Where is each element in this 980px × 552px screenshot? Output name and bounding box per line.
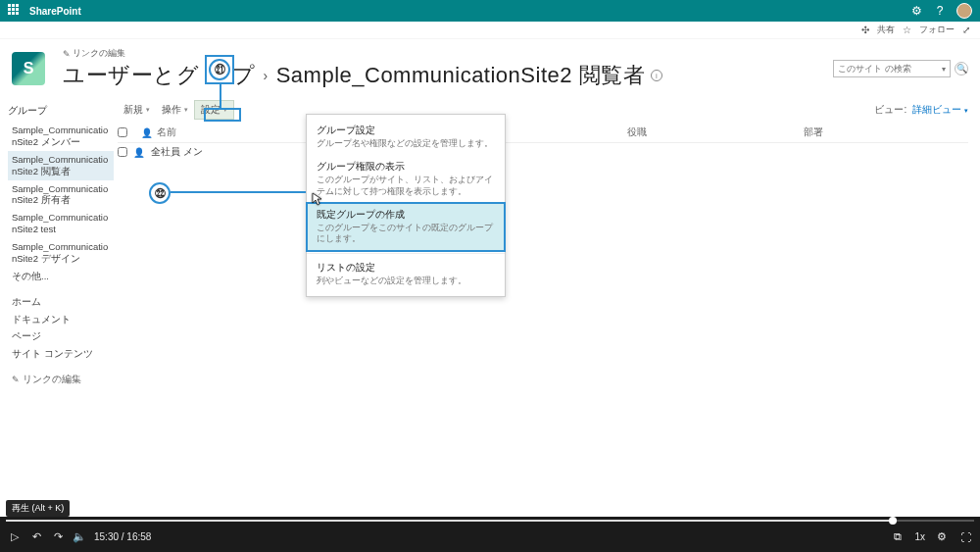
main-content: 新規▾ 操作▾ 設定▾ ビュー: 詳細ビュー ▾ グループ設定 グループ名や権限…	[118, 96, 980, 388]
help-icon[interactable]: ?	[933, 4, 947, 18]
leftnav-heading: グループ	[8, 104, 114, 118]
toolbar: 新規▾ 操作▾ 設定▾ ビュー: 詳細ビュー ▾	[118, 96, 968, 124]
playback-speed[interactable]: 1x	[914, 531, 925, 542]
settings-dropdown: グループ設定 グループ名や権限などの設定を管理します。 グループ権限の表示 この…	[306, 114, 506, 297]
callout-21: ㉑	[209, 59, 230, 80]
user-avatar[interactable]	[956, 3, 972, 19]
menu-list-settings[interactable]: リストの設定 列やビューなどの設定を管理します。	[307, 256, 505, 292]
list-row[interactable]: 👤 全社員 メン	[118, 142, 968, 162]
user-icon: 👤	[133, 147, 145, 158]
captions-icon[interactable]: ⧉	[891, 530, 905, 543]
settings-icon[interactable]: ⚙	[909, 4, 923, 18]
search-input[interactable]: このサイト の検索▾	[833, 60, 951, 77]
row-name: 全社員 メン	[151, 146, 203, 159]
volume-icon[interactable]: 🔈	[73, 530, 86, 543]
focus-icon[interactable]: ⤢	[962, 25, 970, 35]
col-role[interactable]: 役職	[619, 126, 796, 139]
share-icon: ✣	[861, 25, 869, 35]
suite-bar: SharePoint ⚙ ?	[0, 0, 980, 22]
col-dept[interactable]: 部署	[796, 126, 968, 139]
app-name: SharePoint	[29, 6, 81, 17]
body: グループ Sample_CommunicationSite2 メンバー Samp…	[0, 96, 980, 388]
skip-back-button[interactable]: ↶	[29, 530, 43, 543]
leftnav-documents[interactable]: ドキュメント	[8, 311, 114, 328]
menu-make-default-group[interactable]: 既定グループの作成 このグループをこのサイトの既定のグループにします。	[306, 202, 506, 252]
video-settings-icon[interactable]: ⚙	[935, 530, 949, 543]
callout-22: ㉒	[149, 182, 171, 204]
menu-view-permissions[interactable]: グループ権限の表示 このグループがサイト、リスト、およびアイテムに対して持つ権限…	[307, 155, 505, 203]
leftnav-group-visitors[interactable]: Sample_CommunicationSite2 閲覧者	[8, 151, 114, 180]
play-button[interactable]: ▷	[8, 530, 22, 543]
fullscreen-icon[interactable]: ⛶	[958, 531, 972, 543]
edit-links-top[interactable]: ✎リンクの編集	[63, 47, 662, 60]
leftnav-edit-links[interactable]: ✎ リンクの編集	[8, 371, 114, 388]
info-icon[interactable]: i	[651, 70, 662, 81]
leftnav-site-contents[interactable]: サイト コンテンツ	[8, 345, 114, 363]
leftnav-group-design[interactable]: Sample_CommunicationSite2 デザイン	[8, 238, 114, 268]
follow-button[interactable]: フォロー	[919, 24, 955, 36]
app-launcher-icon[interactable]	[8, 4, 22, 18]
view-label: ビュー:	[874, 103, 906, 117]
leftnav-more[interactable]: その他...	[8, 268, 114, 285]
site-logo[interactable]: S	[12, 52, 45, 85]
left-nav: グループ Sample_CommunicationSite2 メンバー Samp…	[0, 96, 118, 388]
video-progress[interactable]	[6, 520, 974, 522]
video-time: 15:30 / 16:58	[94, 531, 151, 542]
video-controls: ▷ ↶ ↷ 🔈 15:30 / 16:58 ⧉ 1x ⚙ ⛶	[0, 517, 980, 552]
menu-group-settings[interactable]: グループ設定 グループ名や権限などの設定を管理します。	[307, 119, 505, 155]
page-header: S ✎リンクの編集 ユーザーとグ プ › Sample_Communicatio…	[0, 39, 980, 96]
skip-fwd-button[interactable]: ↷	[51, 530, 65, 543]
cursor-icon	[312, 192, 323, 206]
leftnav-pages[interactable]: ページ	[8, 327, 114, 345]
leftnav-group-members[interactable]: Sample_CommunicationSite2 メンバー	[8, 122, 114, 151]
toolbar-settings[interactable]: 設定▾	[194, 100, 234, 120]
leftnav-group-owners[interactable]: Sample_CommunicationSite2 所有者	[8, 180, 114, 210]
toolbar-new[interactable]: 新規▾	[118, 101, 156, 119]
list-header: 👤 名前 説明 役職 部署	[118, 124, 968, 142]
search-go-icon[interactable]: 🔍	[955, 62, 968, 75]
play-tooltip: 再生 (Alt + K)	[6, 500, 70, 517]
share-button[interactable]: 共有	[877, 24, 895, 36]
select-all-checkbox[interactable]	[118, 127, 127, 137]
toolbar-operations[interactable]: 操作▾	[156, 101, 194, 119]
view-selector[interactable]: 詳細ビュー ▾	[912, 103, 968, 117]
page-title: ユーザーとグ プ › Sample_CommunicationSite2 閲覧者…	[63, 61, 662, 90]
leftnav-group-test[interactable]: Sample_CommunicationSite2 test	[8, 209, 114, 238]
row-checkbox[interactable]	[118, 147, 127, 157]
site-action-bar: ✣ 共有 ☆ フォロー ⤢	[0, 22, 980, 39]
leftnav-home[interactable]: ホーム	[8, 293, 114, 311]
follow-icon: ☆	[903, 25, 911, 35]
